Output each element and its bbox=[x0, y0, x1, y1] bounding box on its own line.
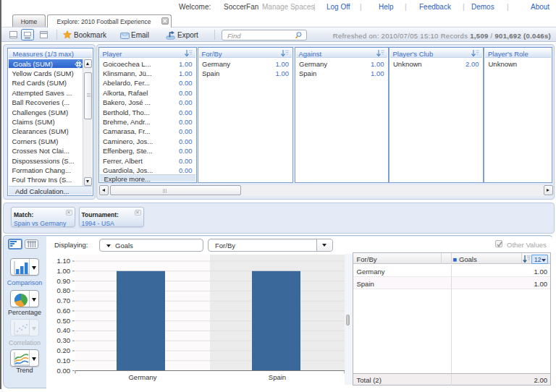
svg-text:0.00: 0.00 bbox=[57, 367, 71, 375]
svg-text:0.70: 0.70 bbox=[57, 297, 71, 304]
svg-text:0.10: 0.10 bbox=[57, 357, 71, 365]
svg-text:0.40: 0.40 bbox=[57, 326, 71, 334]
svg-text:Spain: Spain bbox=[269, 373, 286, 381]
svg-text:0.60: 0.60 bbox=[57, 307, 71, 315]
svg-text:0.50: 0.50 bbox=[57, 317, 71, 325]
svg-text:1.10: 1.10 bbox=[57, 257, 71, 265]
svg-text:0.80: 0.80 bbox=[57, 286, 71, 294]
svg-text:0.90: 0.90 bbox=[57, 277, 71, 285]
svg-text:0.30: 0.30 bbox=[57, 336, 71, 344]
svg-text:1.00: 1.00 bbox=[57, 267, 71, 275]
svg-text:0.20: 0.20 bbox=[57, 346, 71, 354]
svg-text:Germany: Germany bbox=[128, 373, 156, 381]
